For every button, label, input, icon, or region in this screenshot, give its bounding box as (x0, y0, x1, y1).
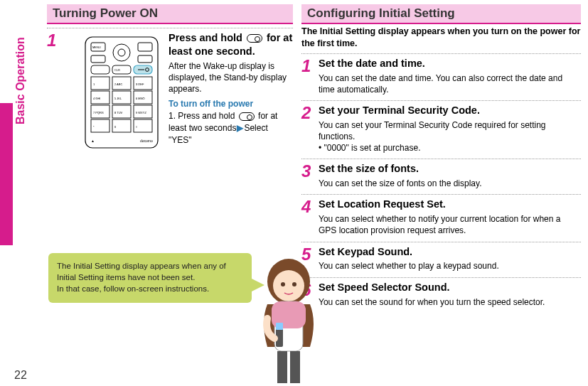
section-header-initial-setting: Configuring Initial Setting (301, 4, 581, 24)
phone-illustration: MENU CLR 1 (81, 36, 163, 149)
svg-text:8 TUV: 8 TUV (114, 111, 123, 114)
step-1-title: Press and hold for at least one second. (169, 31, 293, 58)
divider (301, 159, 581, 159)
svg-text:▲: ▲ (91, 139, 95, 143)
step-title: Set the size of fonts. (319, 162, 581, 176)
svg-point-41 (273, 270, 304, 301)
step-title: Set Location Request Set. (319, 198, 581, 211)
svg-point-42 (281, 282, 285, 286)
divider (47, 28, 293, 28)
svg-rect-47 (276, 323, 283, 330)
svg-rect-8 (91, 65, 109, 74)
divider (301, 194, 581, 195)
step-1-desc: After the Wake-up display is displayed, … (169, 60, 293, 95)
svg-text:docomo: docomo (140, 139, 153, 143)
svg-rect-48 (277, 351, 287, 383)
svg-text:3 DEF: 3 DEF (136, 82, 144, 86)
step-title: Set Keypad Sound. (319, 245, 581, 259)
svg-point-43 (292, 282, 296, 286)
svg-text:MENU: MENU (92, 45, 101, 49)
step-1-body: Press and hold for at least one second. … (169, 31, 293, 149)
svg-text:9 WXYZ: 9 WXYZ (136, 111, 146, 114)
svg-text:2 ABC: 2 ABC (114, 82, 122, 86)
callout-line-1: The Initial Setting display appears when… (57, 260, 243, 283)
step-desc: You can set the size of fonts on the dis… (319, 178, 581, 189)
step-number: 2 (301, 104, 319, 154)
divider (301, 242, 581, 242)
end-key-icon (239, 112, 255, 121)
step-row: 2 Set your Terminal Security Code. You c… (301, 104, 581, 154)
callout-box: The Initial Setting display appears when… (48, 253, 252, 303)
step-number: 4 (301, 198, 319, 236)
step-row: 1 Set the date and time. You can set the… (301, 57, 581, 95)
intro-text: The Initial Setting display appears when… (301, 26, 581, 50)
step-title: Set the date and time. (319, 57, 581, 70)
step-number-1: 1 (47, 31, 64, 149)
svg-rect-6 (91, 55, 105, 63)
step-number: 3 (301, 162, 319, 189)
sub-heading-power-off: To turn off the power (169, 99, 293, 109)
svg-rect-7 (138, 55, 152, 63)
step-desc: You can set the date and time. You can a… (319, 73, 581, 95)
left-margin (0, 0, 13, 386)
character-illustration (246, 254, 331, 386)
sub-pre: 1. Press and hold (169, 111, 237, 121)
end-key-icon (247, 34, 262, 43)
step-title: Set Speed Selector Sound. (319, 281, 581, 294)
side-label: Basic Operation (14, 37, 27, 124)
page-number: 22 (14, 369, 27, 382)
svg-text:7 PQRS: 7 PQRS (93, 111, 104, 114)
step-row: 4 Set Location Request Set. You can sele… (301, 198, 581, 236)
step-title: Set your Terminal Security Code. (319, 104, 581, 117)
step-bullet: • "0000" is set at purchase. (319, 142, 581, 154)
svg-text:6 MNO: 6 MNO (136, 97, 145, 100)
callout-line-2: In that case, follow on-screen instructi… (57, 283, 243, 294)
arrow-icon: ▶ (236, 123, 244, 133)
right-column: Configuring Initial Setting The Initial … (301, 4, 581, 386)
section-header-power-on: Turning Power ON (47, 4, 293, 24)
step-row: 5 Set Keypad Sound. You can select wheth… (301, 245, 581, 272)
step-desc: You can set your Terminal Security Code … (319, 119, 581, 142)
step-number: 1 (301, 57, 319, 95)
step-row: 1 MENU CLR (47, 31, 293, 149)
svg-rect-3 (138, 43, 152, 51)
divider (301, 277, 581, 278)
divider (301, 53, 581, 54)
svg-rect-49 (290, 351, 300, 383)
title-text-pre: Press and hold (169, 32, 245, 43)
svg-text:CLR: CLR (114, 68, 120, 72)
svg-point-5 (118, 49, 125, 56)
svg-text:4 GHI: 4 GHI (93, 97, 100, 100)
step-row: 6 Set Speed Selector Sound. You can set … (301, 281, 581, 308)
step-desc: You can select whether to play a keypad … (319, 260, 581, 272)
divider (301, 100, 581, 101)
sub-step: 1. Press and hold for at least two secon… (169, 110, 293, 146)
step-row: 3 Set the size of fonts. You can set the… (301, 162, 581, 189)
svg-text:5 JKL: 5 JKL (114, 97, 122, 100)
section-tab (0, 103, 13, 245)
step-desc: You can set the sound for when you turn … (319, 296, 581, 308)
step-desc: You can select whether to notify your cu… (319, 213, 581, 236)
